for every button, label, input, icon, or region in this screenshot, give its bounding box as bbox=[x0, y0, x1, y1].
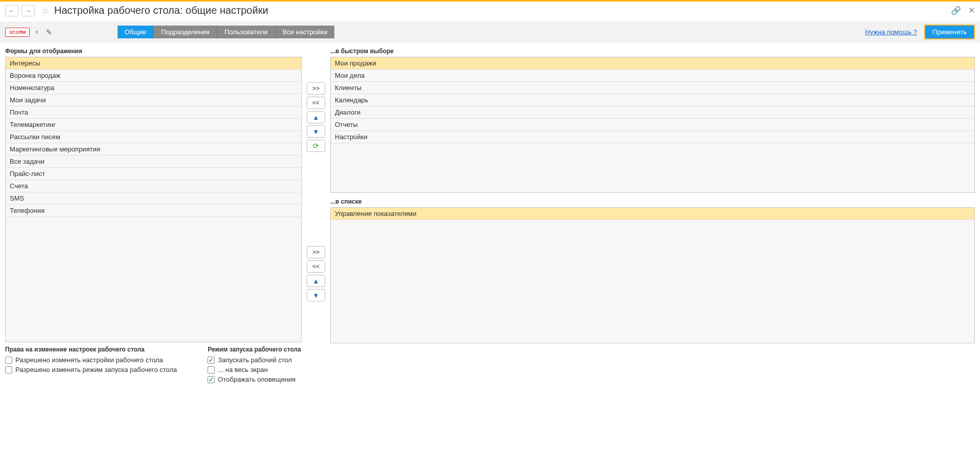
right-bottom-list-label: ...в списке bbox=[330, 196, 975, 207]
tab-3[interactable]: Все настройки bbox=[276, 26, 335, 38]
mode-title: Режим запуска рабочего стола bbox=[208, 346, 301, 355]
title-bar: ← → ☆ Настройка рабочего стола: общие на… bbox=[0, 2, 980, 21]
left-list-item[interactable]: Рассылки писем bbox=[6, 131, 301, 143]
left-list-item[interactable]: Воронка продаж bbox=[6, 70, 301, 82]
rights-checkbox[interactable] bbox=[5, 366, 12, 374]
right-top-list-item[interactable]: Календарь bbox=[331, 94, 974, 106]
left-list-item[interactable]: Мои задачи bbox=[6, 94, 301, 106]
link-icon[interactable]: 🔗 bbox=[951, 6, 961, 15]
left-list-item[interactable]: Маркетинговые мероприятия bbox=[6, 143, 301, 156]
mode-checkbox[interactable] bbox=[208, 376, 215, 383]
reset-top-button[interactable]: ⟳ bbox=[307, 140, 325, 152]
left-list-item[interactable]: Счета bbox=[6, 180, 301, 192]
move-down-top-button[interactable]: ▼ bbox=[307, 125, 325, 138]
mode-row: Отображать оповещения bbox=[208, 375, 301, 384]
move-down-bottom-button[interactable]: ▼ bbox=[307, 289, 325, 301]
tab-bar: ОбщиеПодразделенияПользователиВсе настро… bbox=[118, 26, 335, 38]
mode-label: ... на весь экран bbox=[218, 366, 267, 374]
logo-close-icon[interactable]: × bbox=[35, 28, 39, 36]
app-logo: 1С:CRM bbox=[5, 28, 30, 37]
close-icon[interactable]: ✕ bbox=[968, 6, 975, 15]
toolbar: 1С:CRM × ✎ ОбщиеПодразделенияПользовател… bbox=[0, 21, 980, 42]
rights-checkbox[interactable] bbox=[5, 357, 12, 364]
tab-2[interactable]: Пользователи bbox=[217, 26, 276, 38]
left-list-item[interactable]: Почта bbox=[6, 106, 301, 119]
mode-label: Запускать рабочий стол bbox=[218, 356, 292, 364]
right-top-list-item[interactable]: Клиенты bbox=[331, 82, 974, 94]
remove-from-bottom-button[interactable]: << bbox=[307, 260, 325, 273]
left-list-item[interactable]: Телефония bbox=[6, 205, 301, 217]
right-top-list-item[interactable]: Настройки bbox=[331, 131, 974, 143]
rights-label: Разрешено изменять настройки рабочего ст… bbox=[15, 356, 163, 364]
rights-title: Права на изменение настроек рабочего сто… bbox=[5, 346, 177, 355]
remove-from-top-button[interactable]: << bbox=[307, 97, 325, 109]
mode-group: Режим запуска рабочего стола Запускать р… bbox=[208, 346, 301, 384]
back-button[interactable]: ← bbox=[5, 5, 18, 16]
left-list-item[interactable]: Прайс-лист bbox=[6, 168, 301, 180]
right-bottom-list[interactable]: Управление показателями bbox=[330, 207, 975, 343]
apply-button[interactable]: Применить bbox=[924, 25, 975, 39]
tab-0[interactable]: Общие bbox=[118, 26, 154, 38]
left-list-item[interactable]: Номенклатура bbox=[6, 82, 301, 94]
rights-group: Права на изменение настроек рабочего сто… bbox=[5, 346, 177, 384]
left-list-item[interactable]: SMS bbox=[6, 192, 301, 205]
right-top-list-item[interactable]: Отчеты bbox=[331, 119, 974, 131]
rights-label: Разрешено изменять режим запуска рабочег… bbox=[15, 366, 177, 374]
right-top-list-item[interactable]: Диалоги bbox=[331, 106, 974, 119]
right-top-list-label: ...в быстром выборе bbox=[330, 46, 975, 57]
move-up-bottom-button[interactable]: ▲ bbox=[307, 275, 325, 287]
mode-checkbox[interactable] bbox=[208, 357, 215, 364]
left-list-label: Формы для отображения bbox=[5, 46, 302, 57]
move-up-top-button[interactable]: ▲ bbox=[307, 111, 325, 123]
left-list[interactable]: ИнтересыВоронка продажНоменклатураМои за… bbox=[5, 57, 302, 342]
right-top-list-item[interactable]: Мои продажи bbox=[331, 57, 974, 70]
page-title: Настройка рабочего стола: общие настройк… bbox=[54, 5, 268, 16]
mode-row: ... на весь экран bbox=[208, 365, 301, 375]
left-list-item[interactable]: Все задачи bbox=[6, 156, 301, 168]
right-top-list-item[interactable]: Мои дела bbox=[331, 70, 974, 82]
mode-checkbox[interactable] bbox=[208, 366, 215, 374]
tab-1[interactable]: Подразделения bbox=[154, 26, 217, 38]
add-to-top-button[interactable]: >> bbox=[307, 82, 325, 95]
right-top-list[interactable]: Мои продажиМои делаКлиентыКалендарьДиало… bbox=[330, 57, 975, 193]
left-list-item[interactable]: Телемаркетинг bbox=[6, 119, 301, 131]
rights-row: Разрешено изменять режим запуска рабочег… bbox=[5, 365, 177, 375]
left-list-item[interactable]: Интересы bbox=[6, 57, 301, 70]
mode-label: Отображать оповещения bbox=[218, 376, 295, 383]
edit-icon[interactable]: ✎ bbox=[46, 28, 52, 36]
favorite-star-icon[interactable]: ☆ bbox=[41, 5, 49, 16]
rights-row: Разрешено изменять настройки рабочего ст… bbox=[5, 355, 177, 365]
add-to-bottom-button[interactable]: >> bbox=[307, 246, 325, 258]
forward-button[interactable]: → bbox=[21, 5, 35, 16]
mode-row: Запускать рабочий стол bbox=[208, 355, 301, 365]
help-link[interactable]: Нужна помощь ? bbox=[865, 28, 917, 36]
right-bottom-list-item[interactable]: Управление показателями bbox=[331, 208, 974, 220]
